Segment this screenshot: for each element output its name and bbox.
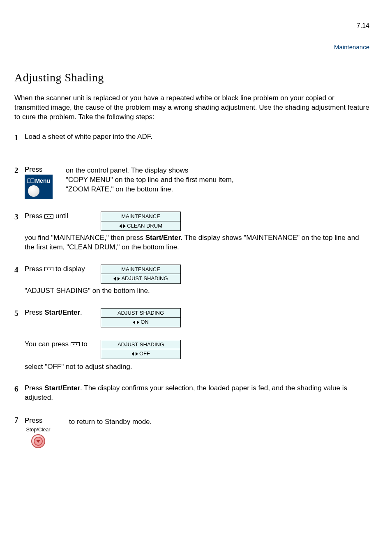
step-content: Press until MAINTENANCE <box>25 212 369 252</box>
step-number: 3 <box>14 212 25 222</box>
section-title: Adjusting Shading <box>14 70 369 85</box>
scroll-icon <box>44 212 55 220</box>
scroll-icon <box>44 265 55 273</box>
step-number: 1 <box>14 132 25 143</box>
step-content: Press to display MAINTENANCE <box>25 265 369 296</box>
svg-marker-1 <box>50 215 51 217</box>
svg-marker-2 <box>119 224 122 228</box>
intro-text: When the scanner unit is replaced or you… <box>14 94 369 122</box>
step-content: Press Start/Enter. ADJUST SHADING ON <box>25 308 369 372</box>
steps-list: 1 Load a sheet of white paper into the A… <box>14 132 369 451</box>
left-right-arrows-icon <box>113 275 120 283</box>
lcd-line-2: ON <box>101 317 180 327</box>
lcd-display: MAINTENANCE ADJUST SHADING <box>101 265 181 284</box>
svg-marker-8 <box>133 320 135 324</box>
lcd-line-1: MAINTENANCE <box>101 265 180 274</box>
stop-triangle-icon <box>36 440 40 443</box>
svg-marker-6 <box>113 277 116 281</box>
step-number: 2 <box>14 165 25 176</box>
lcd-display: ADJUST SHADING OFF <box>101 340 181 359</box>
lcd-display: ADJUST SHADING ON <box>101 308 181 327</box>
main-content: Adjusting Shading When the scanner unit … <box>14 70 369 455</box>
step-5-sub: You can press to ADJUST SHADING <box>25 340 369 372</box>
svg-marker-12 <box>131 352 134 356</box>
step-5: 5 Press Start/Enter. ADJUST SHADING ON <box>14 308 369 372</box>
step-number: 6 <box>14 384 25 394</box>
svg-marker-9 <box>137 320 139 324</box>
step-text: Press until <box>25 212 68 220</box>
svg-marker-11 <box>76 343 77 345</box>
lcd-line-1: ADJUST SHADING <box>101 309 180 318</box>
left-right-arrows-icon <box>131 350 138 358</box>
svg-marker-10 <box>73 343 74 345</box>
svg-marker-3 <box>123 224 126 228</box>
svg-marker-5 <box>50 268 51 270</box>
lcd-line-1: ADJUST SHADING <box>101 340 180 349</box>
svg-marker-13 <box>136 352 138 356</box>
step-number: 5 <box>14 308 25 319</box>
step-1: 1 Load a sheet of white paper into the A… <box>14 132 369 143</box>
step-3: 3 Press until <box>14 212 369 252</box>
stop-clear-label: Stop/Clear <box>25 426 52 433</box>
step-text-after: on the control panel. The display shows … <box>66 166 234 193</box>
step-5-trail: select "OFF" not to adjust shading. <box>25 362 369 372</box>
svg-marker-4 <box>47 268 48 270</box>
step-4-trail: "ADJUST SHADING" on the bottom line. <box>25 286 369 296</box>
step-number: 4 <box>14 265 25 275</box>
lcd-line-2: CLEAN DRUM <box>101 221 180 230</box>
left-right-arrows-icon <box>133 319 139 326</box>
step-content: Load a sheet of white paper into the ADF… <box>25 132 369 142</box>
lcd-line-2: OFF <box>101 349 180 358</box>
svg-marker-0 <box>47 215 48 217</box>
svg-marker-7 <box>118 277 120 281</box>
lcd-line-1: MAINTENANCE <box>101 212 180 221</box>
step-content: Press Stop/Clear to return to Standby mo… <box>25 415 369 450</box>
chapter-header: Maintenance <box>334 43 369 51</box>
menu-button-label: Menu <box>35 177 50 185</box>
step-text-before: Press <box>25 166 42 173</box>
step-7: 7 Press Stop/Clear <box>14 415 369 450</box>
step-6: 6 Press Start/Enter. The display confirm… <box>14 384 369 403</box>
lcd-line-2: ADJUST SHADING <box>101 274 180 283</box>
stop-clear-button-icon: Stop/Clear <box>25 426 52 450</box>
stop-outer-circle-icon <box>31 434 45 448</box>
left-right-arrows-icon <box>119 223 126 230</box>
step-number: 7 <box>14 415 25 426</box>
page-number-top: 7.14 <box>357 21 369 30</box>
step-content: Press Start/Enter. The display confirms … <box>25 384 369 403</box>
step-7-trail: to return to Standby mode. <box>69 415 152 427</box>
menu-button-circle-icon <box>28 185 39 197</box>
stop-mid-circle-icon <box>34 437 43 446</box>
step-4: 4 Press to display MAIN <box>14 265 369 296</box>
lcd-display: MAINTENANCE CLEAN DRUM <box>101 212 181 231</box>
step-content: Press Menu on the control <box>25 165 369 199</box>
top-rule <box>14 33 369 33</box>
step-2: 2 Press Menu <box>14 165 369 199</box>
menu-button-icon: Menu <box>25 175 53 199</box>
scroll-icon <box>71 340 82 348</box>
